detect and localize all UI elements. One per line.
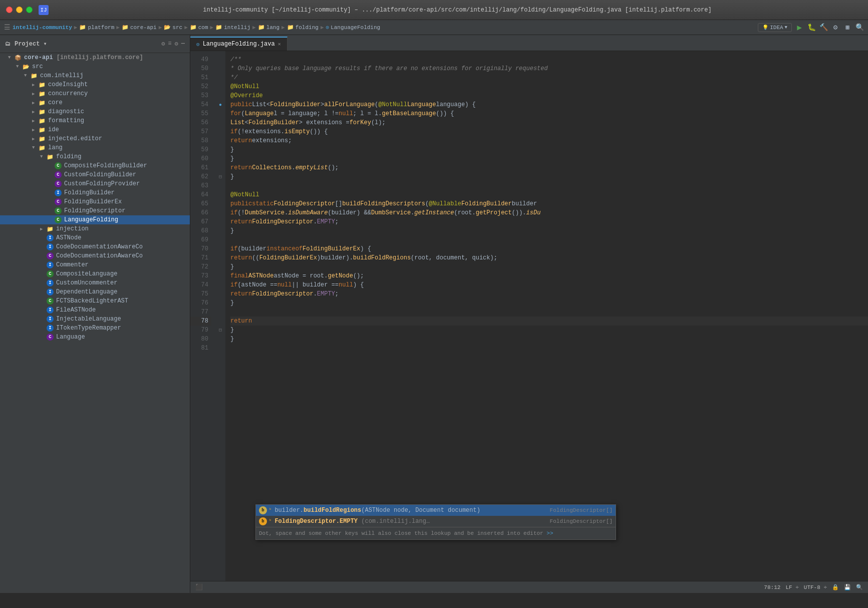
tree-item-FoldingBuilder[interactable]: ▶ I FoldingBuilder <box>0 188 190 197</box>
tree-item-LanguageFolding[interactable]: ▶ C LanguageFolding <box>0 215 190 224</box>
cursor-position[interactable]: 78:12 <box>764 584 780 590</box>
tab-close-icon[interactable]: ✕ <box>278 41 281 47</box>
tree-item-codeInsight[interactable]: ▶ 📁 codeInsight <box>0 80 190 89</box>
breadcrumb-lang[interactable]: 📁 lang <box>258 24 279 31</box>
breadcrumb-platform[interactable]: 📁 platform <box>79 24 114 31</box>
tree-item-ASTNode[interactable]: ▶ I ASTNode <box>0 233 190 242</box>
tree-item-FoldingDescriptor[interactable]: ▶ C FoldingDescriptor <box>0 206 190 215</box>
breadcrumb-src[interactable]: 📂 src <box>164 24 182 31</box>
search-icon[interactable]: 🔍 <box>855 23 864 32</box>
tree-item-InjectableLanguage[interactable]: ▶ I InjectableLanguage <box>0 315 190 324</box>
tab-LanguageFolding[interactable]: ⊙ LanguageFolding.java ✕ <box>190 37 287 51</box>
breadcrumb-com[interactable]: 📁 com <box>190 24 208 31</box>
ac-icon-container-2: b ᵇ <box>259 517 271 526</box>
code-line-54: public List<FoldingBuilder> allForLangua… <box>230 100 868 109</box>
tree-item-FCTSBackedLighterAST[interactable]: ▶ C FCTSBackedLighterAST <box>0 296 190 306</box>
gutter-50 <box>215 64 225 73</box>
filter-icon[interactable]: ≡ <box>168 40 171 48</box>
ln-66: 66 <box>190 208 211 217</box>
tree-item-core-api[interactable]: ▼ 📦 core-api [intellij.platform.core] <box>0 53 190 62</box>
save-icon[interactable]: 💾 <box>844 584 851 590</box>
settings-gear-icon[interactable]: ⚙ <box>175 40 178 48</box>
tree-item-Commenter[interactable]: ▶ I Commenter <box>0 260 190 269</box>
ln-55: 55 <box>190 109 211 118</box>
ln-74: 74 <box>190 280 211 289</box>
tree-item-ITokenTypeRemapper[interactable]: ▶ I ITokenTypeRemapper <box>0 324 190 333</box>
autocomplete-popup[interactable]: b ᵇ builder.buildFoldRegions(ASTNode nod… <box>255 504 616 540</box>
tree-item-src[interactable]: ▼ 📂 src <box>0 62 190 71</box>
close-button[interactable] <box>6 7 13 13</box>
search-status-icon[interactable]: 🔍 <box>856 584 863 590</box>
breadcrumb-class[interactable]: ⊙ LanguageFolding <box>326 24 381 31</box>
tree-item-CustomFoldingBuilder[interactable]: ▶ C CustomFoldingBuilder <box>0 170 190 179</box>
run-button[interactable]: ▶ <box>795 23 804 32</box>
tree-item-injection[interactable]: ▶ 📁 injection <box>0 224 190 233</box>
status-bar: ⬛ 78:12 LF ÷ UTF-8 ÷ 🔒 💾 🔍 <box>190 581 868 593</box>
minimize-sidebar-icon[interactable]: — <box>181 40 185 48</box>
autocomplete-item-2[interactable]: b ᵇ FoldingDescriptor.EMPTY (com.intelli… <box>256 516 616 527</box>
breadcrumb-folding[interactable]: 📁 folding <box>287 24 319 31</box>
ln-57: 57 <box>190 127 211 136</box>
gutter-73 <box>215 271 225 280</box>
code-line-58: return extensions; <box>230 136 868 145</box>
build-button[interactable]: 🔨 <box>819 23 828 32</box>
ln-69: 69 <box>190 235 211 244</box>
ln-65: 65 <box>190 199 211 208</box>
gutter-51 <box>215 73 225 82</box>
tree-item-injected-editor[interactable]: ▶ 📁 injected.editor <box>0 134 190 143</box>
tree-item-com-intellij[interactable]: ▼ 📁 com.intellij <box>0 71 190 80</box>
breadcrumb-project[interactable]: intellij-community <box>13 25 72 31</box>
tree-item-CompositeFoldingBuilder[interactable]: ▶ C CompositeFoldingBuilder <box>0 161 190 170</box>
tree-item-CompositeLanguage[interactable]: ▶ C CompositeLanguage <box>0 269 190 278</box>
tree-item-FoldingBuilderEx[interactable]: ▶ C FoldingBuilderEx <box>0 197 190 206</box>
autocomplete-hint-link[interactable]: >> <box>546 530 553 536</box>
maximize-button[interactable] <box>26 7 33 13</box>
gutter-53 <box>215 91 225 100</box>
ln-71: 71 <box>190 253 211 262</box>
tree-item-diagnostic[interactable]: ▶ 📁 diagnostic <box>0 107 190 116</box>
terminal-icon[interactable]: ⬛ <box>195 583 203 591</box>
debug-button[interactable]: 🐛 <box>807 23 816 32</box>
tree-item-formatting[interactable]: ▶ 📁 formatting <box>0 116 190 125</box>
code-line-80: } <box>230 335 868 344</box>
tree-item-CodeDocAware1[interactable]: ▶ I CodeDocumentationAwareCo <box>0 242 190 251</box>
tree-item-FileASTNode[interactable]: ▶ I FileASTNode <box>0 306 190 315</box>
code-line-74: if (astNode == null || builder == null) … <box>230 280 868 289</box>
breadcrumb-core-api[interactable]: 📁 core-api <box>122 24 157 31</box>
tree-item-Language[interactable]: ▶ C Language <box>0 333 190 342</box>
line-ending[interactable]: LF ÷ <box>785 584 798 590</box>
code-editor[interactable]: 49 50 51 52 53 54 55 56 57 58 59 60 61 6… <box>190 51 868 581</box>
gutter-68 <box>215 226 225 235</box>
tree-item-core[interactable]: ▶ 📁 core <box>0 98 190 107</box>
breadcrumb-sidebar-icon: ☰ <box>4 23 11 32</box>
breadcrumb-intellij[interactable]: 📁 intellij <box>215 24 250 31</box>
tree-item-DependentLanguage[interactable]: ▶ I DependentLanguage <box>0 287 190 296</box>
ln-79: 79 <box>190 326 211 335</box>
gutter-57 <box>215 127 225 136</box>
tree-item-CodeDocAware2[interactable]: ▶ C CodeDocumentationAwareCo <box>0 251 190 260</box>
code-content[interactable]: /** * Only queries base language results… <box>225 51 868 581</box>
gutter-67 <box>215 217 225 226</box>
ac-text-1: builder.buildFoldRegions(ASTNode node, D… <box>274 506 536 515</box>
gutter-49 <box>215 55 225 64</box>
tree-item-ide[interactable]: ▶ 📁 ide <box>0 125 190 134</box>
minimize-button[interactable] <box>16 7 23 13</box>
tree-item-CustomFoldingProvider[interactable]: ▶ C CustomFoldingProvider <box>0 179 190 188</box>
tree-item-lang[interactable]: ▼ 📁 lang <box>0 143 190 152</box>
idea-dropdown[interactable]: 💡 IDEA ▼ <box>758 23 792 32</box>
encoding[interactable]: UTF-8 ÷ <box>804 584 827 590</box>
tree-item-concurrency[interactable]: ▶ 📁 concurrency <box>0 89 190 98</box>
sidebar-header: 🗂 Project ▾ ⚙ ≡ ⚙ — <box>0 35 190 53</box>
ln-52: 52 <box>190 82 211 91</box>
tab-bar: ⊙ LanguageFolding.java ✕ <box>190 35 868 51</box>
autocomplete-item-1[interactable]: b ᵇ builder.buildFoldRegions(ASTNode nod… <box>256 505 616 516</box>
tree-item-CustomUncommenter[interactable]: ▶ I CustomUncommenter <box>0 278 190 287</box>
gutter-69 <box>215 235 225 244</box>
settings-icon[interactable]: ⚙ <box>831 23 840 32</box>
sync-icon[interactable]: ⚙ <box>161 40 165 48</box>
ln-73: 73 <box>190 271 211 280</box>
layout-icon[interactable]: ▦ <box>843 23 852 32</box>
gutter-61 <box>215 163 225 172</box>
tree-item-folding[interactable]: ▼ 📁 folding <box>0 152 190 161</box>
code-line-59: } <box>230 145 868 154</box>
